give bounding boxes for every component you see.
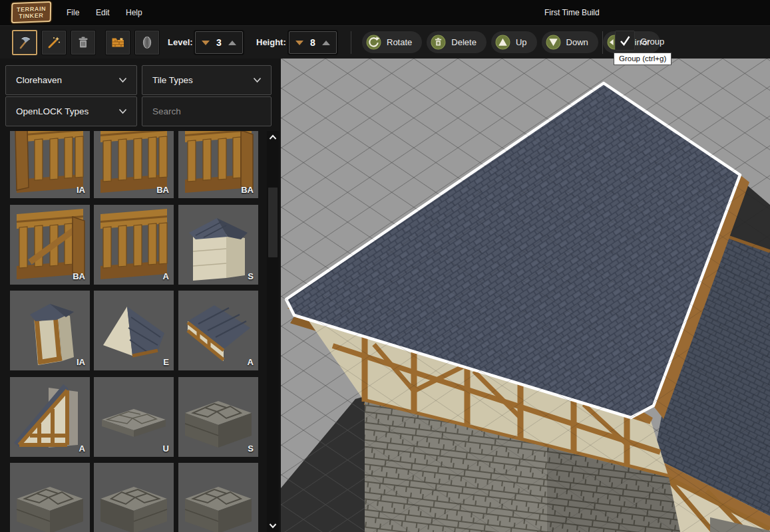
tile-folder-icon — [110, 35, 126, 51]
delete-tool-button[interactable] — [71, 30, 96, 55]
tile-label: BA — [156, 185, 169, 195]
miniature-tool-button[interactable] — [134, 30, 160, 55]
height-value: 8 — [310, 37, 315, 48]
height-label: Height: — [256, 37, 286, 47]
tile-label: IA — [77, 357, 85, 367]
miniature-icon — [139, 35, 155, 51]
height-stepper: 8 — [289, 31, 337, 54]
tile-label: S — [248, 444, 254, 454]
tile-thumbnail[interactable]: A — [178, 291, 258, 370]
tile-thumbnail[interactable]: BA — [10, 205, 90, 285]
magic-wand-tool-button[interactable] — [41, 30, 67, 55]
search-box — [142, 96, 272, 126]
chevron-down-icon — [253, 77, 262, 83]
tile-library-button[interactable] — [105, 30, 130, 55]
group-label: Group — [640, 37, 664, 47]
rotate-button[interactable]: Rotate — [362, 31, 422, 53]
trash-circle-icon — [431, 35, 446, 50]
level-decrease-arrow[interactable] — [202, 41, 210, 45]
tile-thumbnail[interactable] — [178, 463, 258, 532]
toolbar-separator — [351, 31, 351, 54]
tile-label: U — [163, 444, 169, 454]
rotate-label: Rotate — [387, 37, 412, 47]
level-label: Level: — [168, 37, 193, 47]
down-button[interactable]: Down — [542, 31, 598, 53]
chevron-down-icon — [118, 77, 127, 83]
delete-button[interactable]: Delete — [427, 31, 486, 53]
tile-types-dropdown-value: Tile Types — [152, 75, 193, 85]
tile-label: A — [79, 444, 85, 454]
tile-thumbnail[interactable]: S — [178, 205, 258, 285]
collection-dropdown-value: Clorehaven — [16, 75, 62, 85]
3d-viewport-canvas[interactable] — [281, 59, 770, 532]
tile-thumbnail[interactable]: U — [94, 377, 174, 457]
tile-browser-panel: Clorehaven Tile Types OpenLOCK Types IA … — [0, 59, 281, 532]
tile-thumbnail[interactable]: IA — [10, 131, 90, 198]
tile-grid-scrollbar[interactable] — [267, 131, 279, 532]
openlock-types-dropdown[interactable]: OpenLOCK Types — [5, 96, 137, 126]
tile-label: BA — [241, 185, 254, 195]
up-button[interactable]: Up — [491, 31, 537, 53]
build-hammer-icon — [17, 35, 33, 51]
document-title: First Time Build — [544, 8, 600, 17]
collection-dropdown[interactable]: Clorehaven — [5, 65, 137, 95]
level-value: 3 — [216, 37, 222, 48]
tile-thumbnail[interactable] — [10, 463, 90, 532]
level-grid-overlay — [281, 59, 770, 532]
magic-wand-icon — [46, 35, 62, 51]
tile-thumbnail[interactable]: S — [178, 377, 258, 457]
app-logo: TERRAIN TINKER — [11, 1, 52, 23]
scroll-down-icon[interactable] — [269, 523, 277, 529]
toolbar-separator-2 — [602, 31, 603, 54]
menu-file[interactable]: File — [67, 8, 79, 17]
height-increase-arrow[interactable] — [322, 41, 330, 45]
tile-label: A — [248, 357, 254, 367]
tile-label: E — [163, 357, 169, 367]
menu-help[interactable]: Help — [126, 8, 142, 17]
down-triangle-icon — [546, 35, 561, 50]
trash-icon — [75, 35, 91, 51]
level-increase-arrow[interactable] — [228, 41, 236, 45]
tile-grid: IA BA BA BA A S IA E — [0, 131, 266, 532]
tile-thumbnail[interactable]: BA — [178, 131, 258, 198]
group-checkbox[interactable] — [615, 31, 635, 51]
scroll-up-icon[interactable] — [269, 134, 277, 140]
scrollbar-thumb[interactable] — [268, 188, 278, 257]
top-menu-bar: TERRAIN TINKER File Edit Help First Time… — [0, 0, 770, 25]
delete-label: Delete — [451, 37, 477, 47]
tile-thumbnail[interactable] — [94, 463, 174, 532]
chevron-down-icon — [118, 108, 127, 114]
tile-label: A — [163, 271, 169, 281]
tile-thumbnail[interactable]: A — [10, 377, 90, 457]
menu-edit[interactable]: Edit — [96, 8, 110, 17]
height-decrease-arrow[interactable] — [295, 41, 303, 45]
tile-thumbnail[interactable]: A — [94, 205, 174, 285]
tile-label: IA — [77, 185, 85, 195]
tile-thumbnail[interactable]: BA — [94, 131, 174, 198]
rotate-icon — [366, 35, 381, 50]
tile-label: BA — [73, 271, 85, 281]
level-stepper: 3 — [195, 31, 243, 54]
tile-thumbnail[interactable]: E — [94, 291, 174, 370]
up-label: Up — [516, 37, 527, 47]
openlock-types-dropdown-value: OpenLOCK Types — [16, 106, 89, 116]
tile-types-dropdown[interactable]: Tile Types — [142, 65, 272, 95]
down-label: Down — [566, 37, 588, 47]
build-tool-button[interactable] — [12, 30, 37, 55]
tile-label: S — [248, 271, 254, 281]
3d-viewport[interactable] — [281, 59, 770, 532]
logo-text-bottom: TINKER — [19, 12, 43, 19]
search-input[interactable] — [152, 106, 270, 116]
group-tooltip: Group (ctrl+g) — [614, 53, 672, 65]
up-triangle-icon — [495, 35, 510, 50]
checkmark-icon — [618, 34, 632, 47]
tile-thumbnail[interactable]: IA — [10, 291, 90, 370]
